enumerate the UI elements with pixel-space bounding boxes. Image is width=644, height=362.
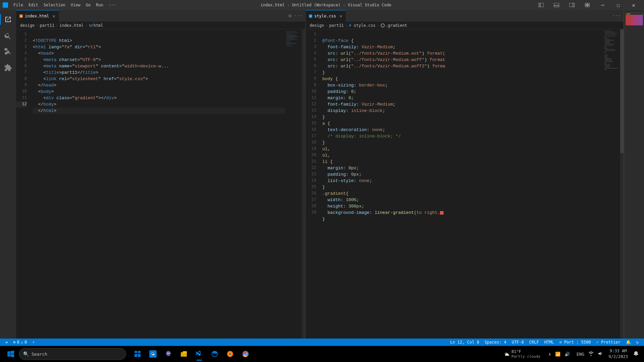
taskbar-chat[interactable]: [161, 347, 176, 361]
html-minimap: [285, 29, 302, 339]
volume-icon[interactable]: [596, 350, 604, 358]
status-remote[interactable]: ⇌: [3, 339, 10, 346]
language-indicator[interactable]: ENG: [575, 351, 586, 357]
svg-rect-3: [554, 5, 559, 7]
spaces-text: Spaces: 4: [485, 340, 506, 345]
svg-rect-33: [605, 43, 610, 43]
svg-rect-44: [605, 59, 611, 59]
system-clock[interactable]: 9:33 AM 9/2/2023: [606, 348, 631, 360]
taskbar-search-box[interactable]: 🔍 Search: [19, 348, 126, 360]
menu-selection[interactable]: Selection: [41, 1, 68, 9]
status-errors[interactable]: ⊗ 0 ⚠ 0: [10, 339, 30, 346]
notification-center[interactable]: [632, 350, 640, 358]
more-actions-css-icon[interactable]: ···: [612, 13, 621, 18]
activity-explorer[interactable]: [0, 11, 16, 27]
menu-go[interactable]: Go: [83, 1, 93, 9]
tray-network-icon[interactable]: 📶: [554, 351, 562, 357]
layout-customize[interactable]: [580, 0, 595, 10]
language-text: HTML: [544, 340, 554, 345]
svg-rect-5: [573, 3, 575, 7]
html-editor-content[interactable]: 1234 5678 9101112 <!DOCTYPE html> <html …: [16, 29, 305, 339]
css-scrollbar[interactable]: [620, 29, 624, 339]
layout-toggle-3[interactable]: [564, 0, 580, 10]
layout-toggle-2[interactable]: [549, 0, 564, 10]
taskbar-right: ⛅ 81°F Partly cloudy ∧ 📶 🔊 ENG 9:33 AM 9…: [501, 348, 640, 360]
svg-point-60: [169, 353, 170, 354]
close-button[interactable]: ✕: [626, 0, 641, 10]
svg-rect-28: [605, 36, 615, 37]
svg-rect-40: [604, 52, 606, 53]
breadcrumb-file-html[interactable]: index.html: [59, 23, 84, 28]
status-prettier[interactable]: ✓ Prettier: [594, 339, 623, 346]
breadcrumb-symbol-html[interactable]: html: [89, 23, 103, 28]
tray-volume-icon[interactable]: 🔊: [563, 351, 571, 357]
status-sync[interactable]: ↻: [634, 339, 641, 346]
activity-bar: [0, 10, 16, 339]
svg-rect-18: [286, 42, 291, 43]
svg-point-69: [244, 353, 247, 355]
activity-search[interactable]: [0, 27, 16, 44]
taskbar-edge[interactable]: [207, 347, 222, 361]
svg-rect-48: [604, 64, 610, 65]
taskbar-widgets[interactable]: 🌤: [146, 347, 160, 361]
menu-run[interactable]: Run: [93, 1, 106, 9]
tab-style-css[interactable]: # style.css ×: [306, 10, 346, 22]
maximize-button[interactable]: ☐: [610, 0, 626, 10]
svg-point-59: [168, 353, 169, 354]
split-editor-icon[interactable]: ⊟: [288, 13, 291, 18]
menu-file[interactable]: File: [11, 1, 26, 9]
status-language[interactable]: HTML: [542, 339, 557, 346]
status-ln-col[interactable]: Ln 12, Col 8: [447, 339, 482, 346]
status-encoding[interactable]: UTF-8: [509, 339, 527, 346]
taskbar-firefox[interactable]: [223, 347, 237, 361]
menu-view[interactable]: View: [68, 1, 83, 9]
more-actions-icon[interactable]: ···: [294, 13, 303, 18]
activity-extensions[interactable]: [0, 60, 16, 76]
status-line-ending[interactable]: CRLF: [527, 339, 542, 346]
breadcrumb-css-design[interactable]: design: [310, 23, 324, 28]
tray-up-arrow[interactable]: ∧: [547, 351, 552, 357]
clock-date: 9/2/2023: [608, 354, 628, 360]
svg-rect-31: [605, 40, 614, 41]
pane2-tab-bar: # style.css × ···: [306, 10, 624, 22]
taskbar-weather[interactable]: ⛅ 81°F Partly cloudy: [501, 350, 543, 358]
html-scrollbar[interactable]: [302, 29, 305, 339]
menu-edit[interactable]: Edit: [26, 1, 41, 9]
svg-rect-8: [585, 5, 587, 7]
status-bar: ⇌ ⊗ 0 ⚠ 0 ⚡ Ln 12, Col 8 Spaces: 4 UTF-8…: [0, 339, 644, 346]
activity-source-control[interactable]: [0, 44, 16, 60]
tab-close-html[interactable]: ×: [52, 13, 55, 19]
start-button[interactable]: [4, 347, 17, 361]
status-spaces[interactable]: Spaces: 4: [482, 339, 509, 346]
status-lightning[interactable]: ⚡: [30, 339, 37, 346]
svg-rect-20: [286, 45, 291, 45]
svg-rect-51: [605, 68, 618, 69]
taskbar-file-explorer[interactable]: [176, 347, 191, 361]
status-port[interactable]: ⊙ Port : 5500: [557, 339, 594, 346]
svg-rect-34: [605, 44, 614, 45]
taskbar-vscode[interactable]: [192, 347, 207, 361]
layout-toggle-1[interactable]: [533, 0, 549, 10]
breadcrumb-gradient-symbol[interactable]: ..gradient: [381, 23, 407, 28]
css-editor-content[interactable]: 12345 678910 1112131415 1617181920 21222…: [306, 29, 624, 339]
status-bell[interactable]: 🔔: [623, 339, 634, 346]
breadcrumb-design[interactable]: design: [20, 23, 35, 28]
taskbar-chrome[interactable]: [238, 347, 253, 361]
taskbar-task-view[interactable]: [130, 347, 145, 361]
tab-index-html[interactable]: H index.html ×: [16, 10, 59, 22]
minimize-button[interactable]: ─: [595, 0, 610, 10]
svg-rect-32: [605, 41, 610, 42]
clock-time: 9:33 AM: [608, 348, 628, 354]
svg-rect-17: [286, 41, 290, 41]
wifi-icon[interactable]: [587, 350, 595, 358]
svg-point-66: [229, 353, 231, 355]
menu-more[interactable]: ···: [106, 1, 119, 9]
tab-close-css[interactable]: ×: [339, 13, 342, 19]
title-bar: File Edit Selection View Go Run ··· inde…: [0, 0, 644, 10]
svg-rect-7: [588, 3, 590, 5]
breadcrumb-css-file[interactable]: # style.css: [349, 23, 375, 28]
breadcrumb-css-part11[interactable]: part11: [329, 23, 344, 28]
svg-rect-38: [605, 49, 615, 50]
svg-rect-52: [604, 69, 606, 70]
breadcrumb-part11[interactable]: part11: [40, 23, 54, 28]
